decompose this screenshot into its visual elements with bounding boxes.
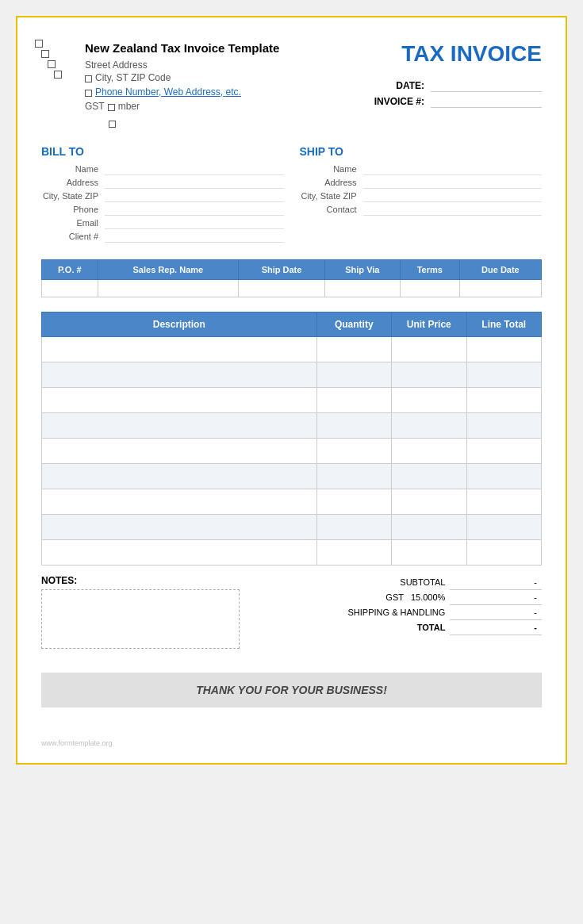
item-row xyxy=(42,413,542,439)
notes-box[interactable] xyxy=(41,589,240,649)
item-line-total xyxy=(466,413,542,439)
item-unit-price xyxy=(392,540,467,566)
total-value: - xyxy=(450,620,542,635)
item-row xyxy=(42,362,542,388)
item-desc xyxy=(42,489,317,515)
item-desc xyxy=(42,540,317,566)
unit-price-header: Unit Price xyxy=(392,312,467,337)
gst-label: GST 15.000% xyxy=(296,590,451,605)
bill-city-row: City, State ZIP xyxy=(41,191,284,202)
item-unit-price xyxy=(392,515,467,540)
item-desc xyxy=(42,337,317,362)
po-data-row xyxy=(42,280,542,297)
item-qty xyxy=(316,413,392,439)
invoice-row: INVOICE #: xyxy=(374,95,542,108)
bill-ship-section: BILL TO Name Address City, State ZIP Pho… xyxy=(41,145,542,245)
totals-table: SUBTOTAL - GST 15.000% - SHIPPING & HAND… xyxy=(296,575,543,635)
item-line-total xyxy=(466,464,542,489)
gst-suffix: mber xyxy=(118,101,140,112)
ship-name-value xyxy=(363,164,543,175)
street-address: Street Address xyxy=(85,59,374,71)
item-row xyxy=(42,439,542,464)
qty-header: Quantity xyxy=(316,312,392,337)
item-row xyxy=(42,489,542,515)
ship-via-header: Ship Via xyxy=(324,260,400,280)
company-info: New Zealand Tax Invoice Template Street … xyxy=(41,41,374,131)
items-header-row: Description Quantity Unit Price Line Tot… xyxy=(42,312,542,337)
bill-email-row: Email xyxy=(41,218,284,229)
item-row xyxy=(42,540,542,566)
item-desc xyxy=(42,413,317,439)
invoice-label: INVOICE #: xyxy=(374,96,424,107)
bill-address-value xyxy=(105,178,284,189)
date-row: DATE: xyxy=(374,79,542,92)
ship-date-cell xyxy=(239,280,325,297)
sales-rep-header: Sales Rep. Name xyxy=(98,260,239,280)
checkbox-phone xyxy=(85,90,92,97)
item-line-total xyxy=(466,362,542,388)
item-row xyxy=(42,337,542,362)
checkbox-decor-3 xyxy=(48,60,56,68)
bill-client-value xyxy=(105,232,284,243)
bill-to-title: BILL TO xyxy=(41,145,284,158)
item-desc xyxy=(42,464,317,489)
item-unit-price xyxy=(392,489,467,515)
watermark: www.formtemplate.org xyxy=(41,739,542,747)
ship-to-title: SHIP TO xyxy=(300,145,543,158)
item-desc xyxy=(42,515,317,540)
item-row xyxy=(42,464,542,489)
bill-address-row: Address xyxy=(41,178,284,189)
notes-label: NOTES: xyxy=(41,575,288,586)
phone-web: Phone Number, Web Address, etc. xyxy=(95,86,241,98)
item-qty xyxy=(316,388,392,413)
bill-phone-value xyxy=(105,205,284,216)
po-header-row: P.O. # Sales Rep. Name Ship Date Ship Vi… xyxy=(42,260,542,280)
bill-name-label: Name xyxy=(41,164,105,175)
item-qty xyxy=(316,439,392,464)
ship-city-row: City, State ZIP xyxy=(300,191,543,202)
bill-address-label: Address xyxy=(41,178,105,189)
terms-cell xyxy=(400,280,459,297)
bill-name-value xyxy=(105,164,284,175)
item-qty xyxy=(316,515,392,540)
gst-value: - xyxy=(450,590,542,605)
due-date-cell xyxy=(459,280,541,297)
item-line-total xyxy=(466,540,542,566)
ship-to-block: SHIP TO Name Address City, State ZIP Con… xyxy=(300,145,543,245)
date-value xyxy=(431,79,542,92)
items-tbody xyxy=(42,337,542,566)
bill-email-value xyxy=(105,218,284,229)
shipping-value: - xyxy=(450,605,542,620)
bill-city-label: City, State ZIP xyxy=(41,191,105,202)
po-num-header: P.O. # xyxy=(42,260,98,280)
checkbox-decor-1 xyxy=(35,40,43,48)
shipping-row: SHIPPING & HANDLING - xyxy=(296,605,543,620)
item-desc xyxy=(42,362,317,388)
item-line-total xyxy=(466,337,542,362)
gst-label-prefix: GST xyxy=(85,101,105,112)
item-qty xyxy=(316,362,392,388)
bill-to-block: BILL TO Name Address City, State ZIP Pho… xyxy=(41,145,284,245)
invoice-title: TAX INVOICE xyxy=(374,41,542,67)
ship-contact-row: Contact xyxy=(300,205,543,216)
checkbox-city xyxy=(85,75,92,82)
ship-date-header: Ship Date xyxy=(239,260,325,280)
date-label: DATE: xyxy=(396,80,424,91)
po-num-cell xyxy=(42,280,98,297)
item-unit-price xyxy=(392,439,467,464)
city-zip: City, ST ZIP Code xyxy=(95,72,171,83)
item-line-total xyxy=(466,515,542,540)
subtotal-value: - xyxy=(450,575,542,590)
title-date-block: TAX INVOICE DATE: INVOICE #: xyxy=(374,41,542,111)
due-date-header: Due Date xyxy=(459,260,541,280)
gst-label-text: GST xyxy=(385,592,403,602)
ship-contact-label: Contact xyxy=(300,205,363,216)
bill-phone-label: Phone xyxy=(41,205,105,216)
subtotal-row: SUBTOTAL - xyxy=(296,575,543,590)
item-row xyxy=(42,515,542,540)
item-qty xyxy=(316,337,392,362)
bill-client-row: Client # xyxy=(41,232,284,243)
terms-header: Terms xyxy=(400,260,459,280)
ship-contact-value xyxy=(363,205,543,216)
total-row: TOTAL - xyxy=(296,620,543,635)
